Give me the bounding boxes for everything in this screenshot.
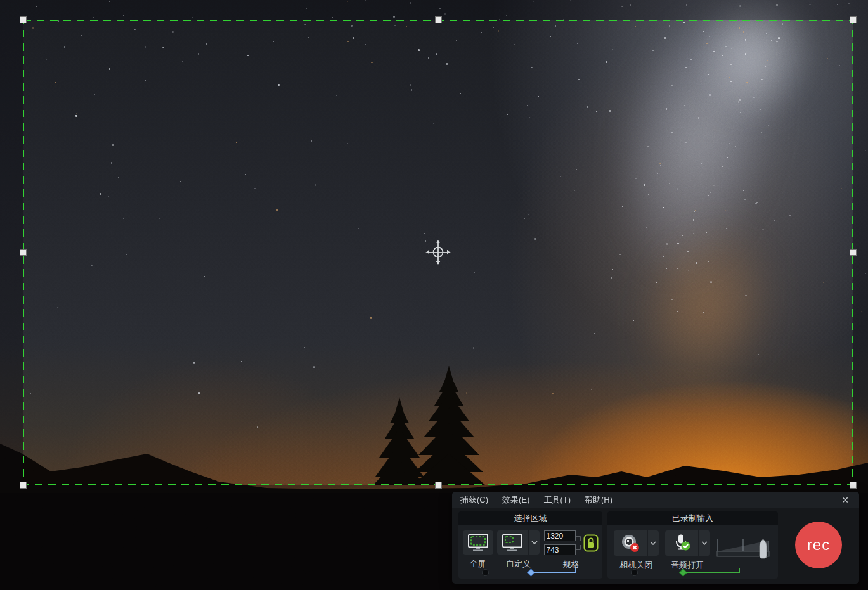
selection-handle-bottom-center[interactable] — [435, 482, 442, 489]
region-markers — [458, 568, 602, 576]
record-button[interactable]: rec — [795, 522, 842, 568]
fullscreen-button[interactable] — [463, 530, 493, 555]
camera-marker — [631, 569, 638, 576]
custom-region-tool: 自定义 — [497, 530, 540, 570]
menu-bar: 捕获(C) 效果(E) 工具(T) 帮助(H) — ✕ — [452, 492, 859, 508]
audio-dropdown[interactable] — [699, 530, 710, 556]
selection-handle-middle-left[interactable] — [20, 249, 27, 256]
spec-tool: 规格 — [544, 530, 599, 570]
recorder-panel: 捕获(C) 效果(E) 工具(T) 帮助(H) — ✕ 选择区域 — [452, 492, 859, 584]
chevron-down-icon — [701, 541, 708, 545]
width-input[interactable] — [544, 530, 576, 541]
selection-handle-bottom-left[interactable] — [20, 482, 27, 489]
camera-tool: 相机关闭 — [614, 530, 659, 571]
microphone-on-icon — [671, 533, 692, 553]
menu-tools[interactable]: 工具(T) — [543, 494, 571, 506]
fullscreen-tool: 全屏 — [463, 530, 493, 570]
move-cursor-icon[interactable] — [424, 238, 452, 266]
custom-marker-line — [534, 572, 576, 573]
inputs-section: 已录制输入 — [607, 511, 778, 579]
webcam-off-icon — [620, 533, 640, 553]
volume-slider-handle[interactable] — [760, 539, 767, 558]
region-section: 选择区域 全屏 — [458, 511, 602, 579]
inputs-markers — [607, 568, 778, 576]
custom-region-button[interactable] — [497, 530, 528, 555]
chevron-down-icon — [650, 541, 656, 545]
selection-handle-top-left[interactable] — [20, 16, 27, 23]
custom-region-dropdown[interactable] — [529, 530, 540, 555]
audio-level-meter[interactable] — [716, 535, 772, 561]
menu-effects[interactable]: 效果(E) — [502, 494, 529, 506]
audio-marker-line — [686, 572, 740, 573]
record-area: rec — [783, 511, 854, 579]
menu-help[interactable]: 帮助(H) — [585, 494, 612, 506]
selection-handle-top-center[interactable] — [435, 16, 442, 23]
panel-body: 选择区域 全屏 — [452, 508, 859, 582]
camera-dropdown[interactable] — [648, 530, 659, 556]
audio-button[interactable] — [665, 530, 698, 556]
minimize-button[interactable]: — — [814, 494, 826, 506]
monitor-custom-icon — [502, 534, 523, 552]
selection-handle-top-right[interactable] — [850, 16, 857, 23]
audio-marker-tick — [739, 568, 740, 573]
custom-marker-tick — [575, 568, 576, 573]
height-input[interactable] — [544, 544, 576, 555]
lock-icon[interactable] — [583, 534, 599, 552]
selection-handle-middle-right[interactable] — [850, 249, 857, 256]
menu-capture[interactable]: 捕获(C) — [460, 494, 488, 506]
region-section-title: 选择区域 — [458, 511, 602, 525]
close-button[interactable]: ✕ — [839, 494, 851, 506]
monitor-fullscreen-icon — [467, 534, 489, 552]
chevron-down-icon — [531, 541, 538, 544]
fullscreen-marker — [482, 569, 489, 576]
camera-button[interactable] — [614, 530, 647, 556]
inputs-section-title: 已录制输入 — [607, 511, 778, 525]
selection-handle-bottom-right[interactable] — [850, 482, 857, 489]
lock-connector — [576, 531, 583, 555]
audio-tool: 音频打开 — [665, 530, 710, 571]
